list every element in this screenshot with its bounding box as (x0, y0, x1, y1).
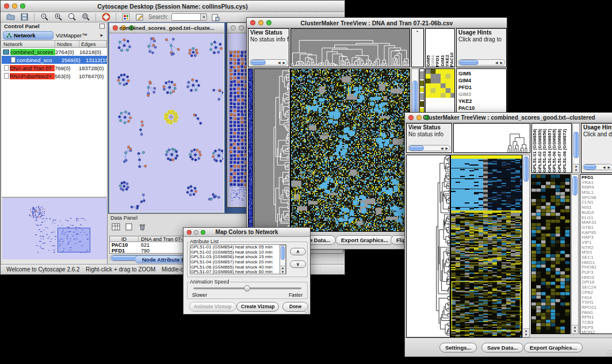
search-input[interactable]: ▼ (171, 13, 207, 21)
view-status-panel: View Status No status info ◀ ▶ (406, 123, 452, 153)
gene-list-item[interactable]: GIM4 (458, 77, 506, 84)
usage-hints-hscrollbar[interactable]: ◀ ▶ (458, 59, 505, 66)
resize-grip[interactable] (304, 308, 309, 313)
gene-list-item[interactable]: GIM5 (458, 70, 506, 77)
annotation-icon[interactable] (135, 13, 145, 22)
array-label: GPL51-08 (GSM872) (563, 129, 568, 173)
gene-list-item[interactable]: YKE2 (458, 98, 506, 105)
detail-vscrollbar[interactable]: ▲▼ (571, 174, 579, 334)
row-dendrogram[interactable] (406, 155, 450, 338)
treeview-combined-titlebar[interactable]: ClusterMaker TreeView : combined_scores_… (405, 113, 612, 123)
search-dropdown-icon[interactable]: ▼ (200, 14, 206, 20)
map-colors-dialog: Map Colors to Network Attribute List GPL… (183, 227, 311, 315)
zoom-in-icon[interactable] (53, 13, 63, 22)
network-list-header[interactable]: Network Nodes Edges (2, 41, 107, 48)
labels-vscrollbar[interactable]: ▲▼ (572, 123, 580, 173)
array-label: YKE2 (445, 55, 450, 67)
export-graphics-button[interactable]: Export Graphics... (335, 235, 394, 245)
map-dialog-titlebar[interactable]: Map Colors to Network (183, 228, 310, 237)
control-panel: Control Panel Network VizMapper™ ► Netwo… (2, 22, 108, 264)
global-overview-strip[interactable] (248, 68, 253, 232)
tab-network[interactable]: Network (3, 31, 53, 40)
network-list: combined_scores 2764(0) 16218(0) combine… (2, 48, 107, 80)
zoom-detail-heatmap[interactable] (531, 174, 571, 334)
zoom-selected-icon[interactable] (81, 13, 91, 22)
main-titlebar[interactable]: Cytoscape Desktop (Session Name: collins… (1, 1, 345, 12)
attribute-list-vscrollbar[interactable]: ▲▼ (280, 245, 286, 274)
zoom-fit-icon[interactable] (67, 13, 77, 22)
main-window-title: Cytoscape Desktop (Session Name: collins… (1, 3, 345, 10)
network-list-row[interactable]: DNA and Tran 07 769(0) 183728(0) (2, 64, 107, 72)
save-icon[interactable] (19, 13, 29, 22)
network-overview[interactable] (2, 197, 106, 259)
heatmap-main[interactable] (450, 155, 522, 338)
move-up-button[interactable]: ∧ (290, 248, 306, 255)
heatmap-vscrollbar[interactable]: ▲▼ (522, 155, 530, 338)
view-status-hscrollbar[interactable]: ◀ ▶ (408, 145, 450, 151)
network-view-title: combined_scores_good.txt--cluste... (109, 25, 224, 31)
move-down-button[interactable]: ∨ (290, 260, 306, 268)
network-view-titlebar[interactable]: combined_scores_good.txt--cluste... (109, 23, 224, 33)
network-item-icon (3, 49, 9, 55)
tabs-overflow-arrow[interactable]: ► (100, 33, 106, 38)
toolbar-separator (95, 13, 96, 21)
search-label: Search: (148, 14, 168, 20)
tab-vizmapper[interactable]: VizMapper™ (56, 32, 87, 39)
animate-vizmap-button[interactable]: Animate Vizmap (189, 302, 236, 312)
gene-list-item[interactable]: GIM3 (458, 91, 506, 98)
delete-attribute-icon[interactable] (137, 222, 147, 231)
slider-thumb[interactable] (244, 285, 250, 292)
zoom-out-icon[interactable] (39, 13, 49, 22)
usage-hints-panel: Usage Hints Click and drag to ◀ ▶ (581, 123, 612, 173)
row-dendrogram[interactable] (254, 68, 290, 232)
animation-speed-slider[interactable] (193, 288, 301, 289)
save-data-button[interactable]: Save Data... (481, 343, 523, 352)
network-canvas[interactable] (110, 33, 223, 212)
network-list-row[interactable]: combined_sco 2569(6) 13112(15) (2, 56, 107, 64)
array-labels-panel: GIM5GIM4PFD1GIM3YKE2PAC10 (425, 28, 455, 67)
array-label: GPL51-03 (GSM856) (542, 129, 548, 173)
array-label: GPL51-02 (GSM855) (538, 129, 543, 173)
array-label: GPL51-01 (GSM854) (533, 129, 538, 173)
gene-list-item[interactable]: MON2 (582, 330, 612, 334)
help-lifebuoy-icon[interactable] (101, 13, 111, 22)
resize-grip[interactable] (607, 350, 612, 356)
map-dialog-title: Map Colors to Network (183, 229, 310, 235)
heatmap-main[interactable] (290, 68, 410, 232)
faster-label: Faster (289, 292, 303, 298)
view-status-panel: View Status No status info f ◀ ▶ (248, 28, 289, 67)
background-network-canvas[interactable] (228, 33, 248, 206)
desktop: Cytoscape Desktop (Session Name: collins… (0, 0, 612, 364)
usage-hints-hscrollbar[interactable]: ◀ ▶ (583, 164, 612, 170)
network-list-row[interactable]: RNAPuberNov2+ 563(0) 107847(0) (2, 72, 107, 80)
status-welcome: Welcome to Cytoscape 2.6.2 (6, 266, 80, 273)
export-graphics-button[interactable]: Export Graphics... (524, 343, 583, 352)
network-list-row[interactable]: combined_scores 2764(0) 16218(0) (2, 48, 107, 56)
vizmapper-icon[interactable] (121, 13, 131, 22)
network-view-window[interactable]: combined_scores_good.txt--cluste... (109, 22, 225, 213)
view-status-hscrollbar[interactable]: ◀ ▶ (250, 59, 288, 66)
minimize-icon[interactable] (239, 25, 244, 30)
attribute-list-label: Attribute List (189, 239, 220, 244)
gene-list-panel[interactable]: PFD1YRA1RNR4MSL1SPC98CLN1NIS1BUD4ELG1MAK… (580, 174, 612, 334)
close-icon[interactable] (231, 25, 236, 30)
status-hint-zoom: Right-click + drag to ZOOM (86, 266, 155, 273)
column-dendrogram[interactable] (453, 123, 530, 153)
new-attribute-icon[interactable] (124, 222, 134, 231)
attribute-list-item[interactable]: GPL51-07 (GSM868) heat shock 60 min (190, 270, 286, 274)
plugin-manager-icon[interactable] (211, 13, 221, 22)
attribute-listbox[interactable]: GPL51-01 (GSM854) heat shock 05 minGPL51… (190, 244, 286, 274)
treeview-dna-titlebar[interactable]: ClusterMaker TreeView : DNA and Tran 07-… (247, 18, 507, 28)
create-vizmap-button[interactable]: Create Vizmap (236, 302, 279, 312)
column-dendrogram[interactable] (290, 28, 410, 67)
float-panel-icon[interactable] (100, 24, 105, 29)
animation-speed-label: Animation Speed (189, 279, 231, 285)
open-folder-icon[interactable] (5, 13, 16, 22)
gene-list-item[interactable]: PAC10 (458, 105, 506, 112)
treeview-dna-title: ClusterMaker TreeView : DNA and Tran 07-… (247, 20, 507, 26)
select-attributes-icon[interactable] (110, 222, 121, 231)
usage-hints-panel: Usage Hints Click and drag to ◀ ▶ (456, 28, 507, 67)
gene-list-item[interactable]: PFD1 (458, 84, 506, 91)
array-label: GIM3 (441, 55, 445, 67)
settings-button[interactable]: Settings... (439, 343, 477, 352)
